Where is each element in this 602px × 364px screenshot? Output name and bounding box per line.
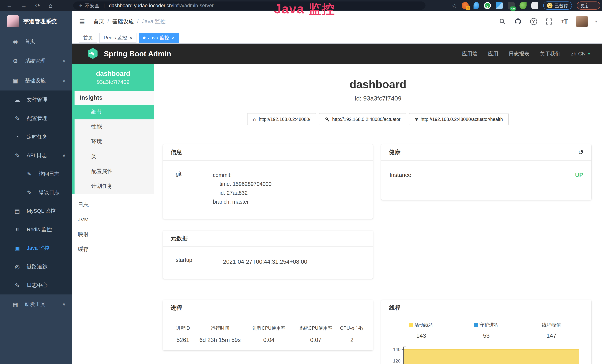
bookmark-star-icon[interactable]: ☆ <box>452 2 457 9</box>
tab-home[interactable]: 首页 <box>79 33 97 43</box>
sidebar-item-redis-monitor[interactable]: ≋ Redis 监控 <box>0 220 72 239</box>
tab-redis-monitor[interactable]: Redis 监控 × <box>99 33 137 43</box>
extension-puzzle-icon[interactable] <box>531 2 538 9</box>
breadcrumb-infra[interactable]: 基础设施 <box>112 18 134 25</box>
extension-grid-icon[interactable] <box>496 2 503 9</box>
menu-item-config-props[interactable]: 配置属性 <box>75 164 154 179</box>
extension-orange-icon[interactable]: 1 <box>462 2 469 9</box>
sidebar-item-access-log[interactable]: ✎ 访问日志 <box>0 165 72 183</box>
app-header: ≣ 首页 / 基础设施 / Java 监控 ? TT ▾ <box>72 11 602 32</box>
legend-peak-threads: 线程峰值 147 <box>519 322 584 339</box>
sidebar-item-scheduled-jobs[interactable]: ◔ 定时任务 <box>0 128 72 146</box>
sidebar-item-api-log[interactable]: ✎ API 日志 ∧ <box>0 146 72 165</box>
infra-icon: ▣ <box>11 77 20 84</box>
extension-tampermonkey-icon[interactable]: on <box>508 2 515 9</box>
sba-header: Spring Boot Admin 应用墙 应用 日志报表 关于我们 zh-CN… <box>72 43 602 64</box>
extension-pin-icon[interactable] <box>473 2 479 9</box>
menu-item-metrics[interactable]: 性能 <box>75 119 154 134</box>
sidebar-item-infra[interactable]: ▣ 基础设施 ∧ <box>0 71 72 90</box>
font-size-icon[interactable]: TT <box>561 17 569 26</box>
sba-nav-about[interactable]: 关于我们 <box>540 50 561 57</box>
extension-badge: 1 <box>466 6 470 10</box>
menu-item-caches[interactable]: 缓存 <box>72 242 154 257</box>
sba-nav-wallboard[interactable]: 应用墙 <box>462 50 478 57</box>
sba-logo-icon[interactable] <box>87 47 99 60</box>
sba-nav: 应用墙 应用 日志报表 关于我们 zh-CN ▾ <box>462 50 590 57</box>
process-val-pid: 5261 <box>170 337 196 343</box>
omnibox-divider: | <box>103 3 105 9</box>
sba-brand[interactable]: Spring Boot Admin <box>104 50 171 58</box>
address-bar[interactable]: ⚠ 不安全 | dashboard.yudao.iocoder.cn/infra… <box>73 1 426 10</box>
sidebar-item-tracing[interactable]: ◎ 链路追踪 <box>0 257 72 276</box>
extension-leaf-icon[interactable] <box>519 2 527 9</box>
tab-java-monitor[interactable]: Java 监控 × <box>139 33 179 43</box>
help-icon[interactable]: ? <box>529 17 538 26</box>
sidebar-item-log-center[interactable]: ✎ 日志中心 <box>0 276 72 294</box>
paused-pill[interactable]: 已暂停 <box>543 1 572 10</box>
menu-item-scheduled-tasks[interactable]: 计划任务 <box>75 179 154 193</box>
menu-item-environment[interactable]: 环境 <box>75 134 154 149</box>
health-row: Instance UP <box>389 172 583 187</box>
instance-header[interactable]: dashboard 93a3fc7f7409 <box>72 64 154 91</box>
user-avatar[interactable] <box>576 16 588 27</box>
sidebar-item-config-manage[interactable]: ✎ 配置管理 <box>0 109 72 128</box>
github-icon[interactable] <box>514 17 522 26</box>
monitor-icon: ▣ <box>13 245 22 251</box>
close-icon[interactable]: × <box>172 35 174 40</box>
sidebar-item-home[interactable]: ◉ 首页 <box>0 32 72 51</box>
menu-item-classes[interactable]: 类 <box>75 149 154 164</box>
threads-body: 活动线程 143 守护进程 53 线程峰值 147 140 120 100 <box>381 316 591 364</box>
info-card-title: 信息 <box>171 148 182 156</box>
menu-item-details[interactable]: 细节 <box>72 105 154 119</box>
service-url-button[interactable]: ⌂ http://192.168.0.2:48080/ <box>247 113 316 125</box>
search-icon[interactable] <box>498 17 506 26</box>
security-label[interactable]: 不安全 <box>85 2 99 9</box>
reload-icon[interactable]: ⟳ <box>35 2 40 9</box>
update-button[interactable]: 更新 ⋮ <box>577 1 600 10</box>
y-tick-120: 120 <box>389 358 400 364</box>
fullscreen-icon[interactable] <box>545 17 553 26</box>
metadata-card-title: 元数据 <box>171 235 188 242</box>
close-icon[interactable]: × <box>129 35 132 40</box>
timer-icon: ◔ <box>13 134 22 140</box>
logo-row[interactable]: 芋道管理系统 <box>0 11 72 32</box>
menu-item-mappings[interactable]: 映射 <box>72 227 154 242</box>
sba-nav-journal[interactable]: 日志报表 <box>509 50 529 57</box>
browser-home-icon[interactable]: ⌂ <box>49 2 52 9</box>
process-table: 进程ID 运行时间 进程CPU使用率 系统CPU使用率 CPU核心数 5261 … <box>163 316 373 343</box>
breadcrumb-separator: / <box>108 18 109 24</box>
forward-icon[interactable]: → <box>21 2 27 9</box>
menu-item-jvm[interactable]: JVM <box>72 212 154 227</box>
sidebar-item-file-manage[interactable]: ☁ 文件管理 <box>0 90 72 109</box>
menu-item-logging[interactable]: 日志 <box>72 197 154 212</box>
instance-id: 93a3fc7f7409 <box>97 79 129 85</box>
peak-threads-value: 147 <box>519 332 584 339</box>
kebab-icon[interactable]: ⋮ <box>592 3 596 9</box>
url-host[interactable]: dashboard.yudao.iocoder.cn <box>109 3 172 9</box>
sba-nav-applications[interactable]: 应用 <box>488 50 498 57</box>
url-path[interactable]: /infra/admin-server <box>172 3 214 9</box>
process-val-cores: 2 <box>338 337 366 343</box>
locale-select[interactable]: zh-CN ▾ <box>571 51 590 57</box>
extensions-zone: ☆ 1 y on 已暂停 更新 ⋮ <box>452 0 600 11</box>
health-url-button[interactable]: ♥ http://192.168.0.2:48080/actuator/heal… <box>409 113 509 125</box>
instance-name: dashboard <box>96 70 130 77</box>
history-icon[interactable]: ↺ <box>578 148 584 156</box>
chevron-down-icon: ∨ <box>62 302 66 307</box>
health-instance-label: Instance <box>389 172 411 178</box>
heartbeat-icon: ♥ <box>415 116 418 122</box>
breadcrumb-home[interactable]: 首页 <box>93 18 104 25</box>
sidebar-item-mysql-monitor[interactable]: ▤ MySQL 监控 <box>0 202 72 220</box>
hamburger-icon[interactable]: ≣ <box>79 17 85 26</box>
edit-icon: ✎ <box>13 282 22 289</box>
caret-down-icon[interactable]: ▾ <box>595 19 597 24</box>
eye-icon: ◎ <box>13 264 22 270</box>
actuator-url-button[interactable]: http://192.168.0.2:48080/actuator <box>319 113 406 125</box>
back-icon[interactable]: ← <box>6 2 12 9</box>
sidebar-item-dev-tools[interactable]: ▦ 研发工具 ∨ <box>0 294 72 314</box>
sidebar-item-system[interactable]: ⚙ 系统管理 ∨ <box>0 51 72 71</box>
extension-y-icon[interactable]: y <box>484 2 491 9</box>
sidebar-item-error-log[interactable]: ✎ 错误日志 <box>0 183 72 202</box>
sidebar-item-java-monitor[interactable]: ▣ Java 监控 <box>0 239 72 257</box>
dashboard-icon: ◉ <box>11 38 20 45</box>
